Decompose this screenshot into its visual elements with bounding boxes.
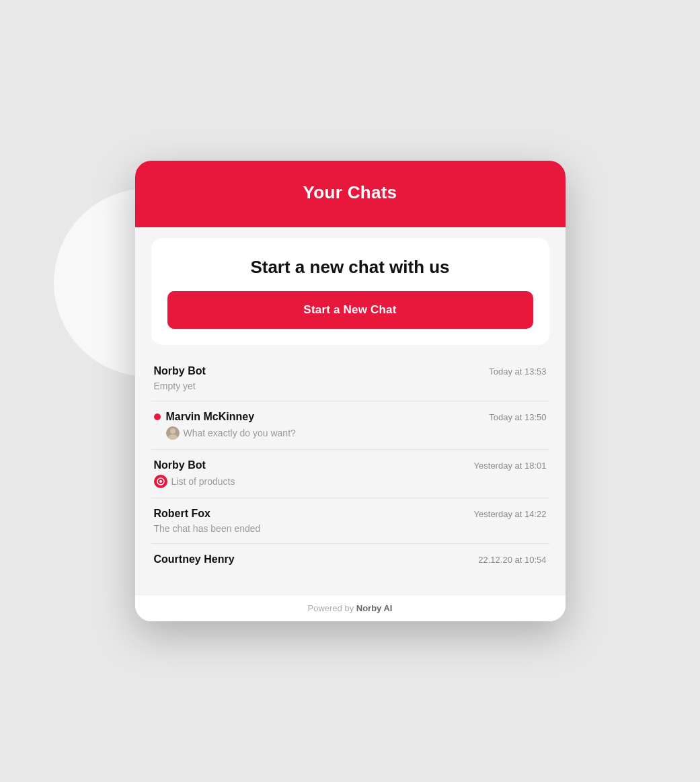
chat-item[interactable]: Courtney Henry 22.12.20 at 10:54: [151, 544, 549, 578]
new-chat-card: Start a new chat with us Start a New Cha…: [151, 238, 549, 345]
widget-body: Start a new chat with us Start a New Cha…: [135, 227, 566, 594]
chat-item-time: 22.12.20 at 10:54: [478, 555, 546, 565]
svg-point-4: [159, 480, 162, 483]
new-chat-headline: Start a new chat with us: [167, 257, 533, 278]
chat-widget: Your Chats Start a new chat with us Star…: [135, 161, 566, 621]
widget-header: Your Chats: [135, 161, 566, 227]
chat-item[interactable]: Robert Fox Yesterday at 14:22 The chat h…: [151, 498, 549, 544]
preview-avatar-icon: [166, 426, 180, 440]
chat-item-name: Robert Fox: [154, 508, 210, 520]
chat-item-preview: The chat has been ended: [154, 523, 547, 534]
chat-item-time: Today at 13:53: [489, 366, 546, 377]
chat-item-name: Courtney Henry: [154, 553, 235, 565]
chat-item-time: Yesterday at 18:01: [474, 461, 547, 471]
bot-icon: [154, 475, 167, 488]
chat-item[interactable]: Norby Bot Yesterday at 18:01 List of pro…: [151, 450, 549, 498]
chat-item[interactable]: Marvin McKinney Today at 13:50 What exac…: [151, 401, 549, 450]
start-new-chat-button[interactable]: Start a New Chat: [167, 291, 533, 329]
svg-point-1: [170, 428, 176, 434]
chat-list: Norby Bot Today at 13:53 Empty yet Marvi…: [151, 350, 549, 584]
chat-item-name: Norby Bot: [154, 365, 206, 377]
footer-brand: Norby AI: [356, 603, 393, 613]
chat-item-preview: What exactly do you want?: [154, 426, 547, 440]
online-dot: [154, 414, 161, 420]
footer-text: Powered by Norby AI: [143, 603, 557, 613]
chat-item-preview: Empty yet: [154, 381, 547, 391]
chat-item[interactable]: Norby Bot Today at 13:53 Empty yet: [151, 356, 549, 401]
chat-item-name: Marvin McKinney: [166, 411, 255, 423]
header-title: Your Chats: [151, 182, 549, 203]
chat-item-time: Yesterday at 14:22: [474, 509, 547, 519]
chat-item-preview: List of products: [154, 475, 547, 488]
widget-footer: Powered by Norby AI: [135, 594, 566, 621]
chat-item-time: Today at 13:50: [489, 412, 546, 422]
chat-item-name: Norby Bot: [154, 459, 206, 471]
